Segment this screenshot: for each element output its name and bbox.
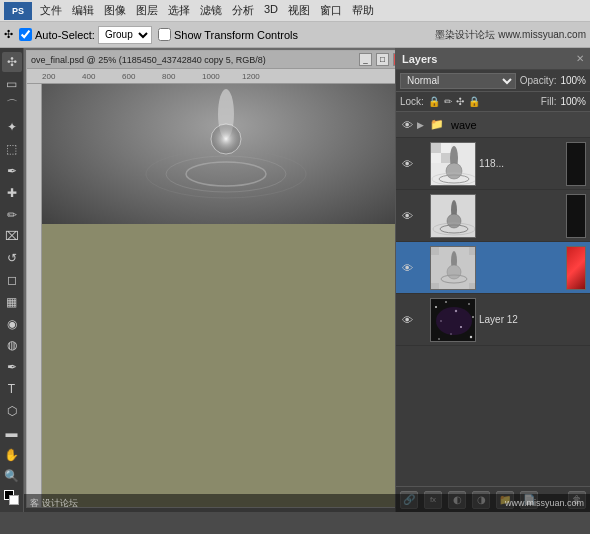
magic-wand-tool[interactable]: ✦ [2, 117, 22, 137]
menu-items: 文件 编辑 图像 图层 选择 滤镜 分析 3D 视图 窗口 帮助 [40, 3, 374, 18]
document-titlebar: ove_final.psd @ 25% (1185450_43742840 co… [27, 51, 410, 69]
lock-paint-icon[interactable]: ✏ [444, 96, 452, 107]
menu-item-edit[interactable]: 编辑 [72, 3, 94, 18]
layers-tab-close[interactable]: ✕ [576, 53, 584, 64]
canvas-bottom-section [42, 84, 410, 224]
menu-item-select[interactable]: 选择 [168, 3, 190, 18]
svg-rect-7 [441, 143, 451, 153]
svg-point-4 [146, 150, 306, 198]
layer-1-side-thumb [566, 142, 586, 186]
forum-right-text: www.missyuan.com [505, 498, 584, 508]
svg-point-29 [445, 301, 447, 303]
menu-item-filter[interactable]: 滤镜 [200, 3, 222, 18]
zoom-tool[interactable]: 🔍 [2, 466, 22, 486]
layer-3-thumb [430, 246, 476, 290]
layer-4-thumb-svg [431, 299, 476, 342]
marquee-tool[interactable]: ▭ [2, 74, 22, 94]
canvas-content: ♡ ♡ ♡ ♡ ♡ ♡ ♡ ♡ ♡ ♡ ♡ ♡ [27, 84, 410, 507]
path-tool[interactable]: ⬡ [2, 401, 22, 421]
layer-item-3[interactable]: 👁 [396, 242, 590, 294]
menu-item-layer[interactable]: 图层 [136, 3, 158, 18]
layer-4-eye[interactable]: 👁 [400, 314, 414, 326]
group-expand-icon[interactable]: ▶ [417, 120, 427, 130]
autoselect-select[interactable]: Group Layer [98, 26, 152, 44]
water-drop-bg [42, 84, 410, 224]
layer-item-2[interactable]: 👁 [396, 190, 590, 242]
menu-item-analysis[interactable]: 分析 [232, 3, 254, 18]
layer-1-thumb [430, 142, 476, 186]
lasso-tool[interactable]: ⌒ [2, 96, 22, 116]
forum-text-toolbar: 墨染设计论坛 www.missyuan.com [435, 29, 586, 40]
brush-tool[interactable]: ✏ [2, 205, 22, 225]
pen-tool[interactable]: ✒ [2, 357, 22, 377]
forum-watermark-bar: 客 设计论坛 www.missyuan.com [24, 494, 590, 512]
history-tool[interactable]: ↺ [2, 248, 22, 268]
fill-label: Fill: [541, 96, 557, 107]
ruler-horizontal: 200 400 600 800 1000 1200 [27, 69, 410, 84]
fill-value[interactable]: 100% [560, 96, 586, 107]
svg-point-36 [470, 335, 472, 337]
layer-item-4[interactable]: 👁 [396, 294, 590, 346]
ruler-mark-600: 600 [122, 72, 162, 81]
dodge-tool[interactable]: ◍ [2, 336, 22, 356]
menu-item-help[interactable]: 帮助 [352, 3, 374, 18]
lock-move-icon[interactable]: ✣ [456, 96, 464, 107]
transform-checkbox[interactable] [158, 28, 171, 41]
transform-label: Show Transform Controls [174, 29, 298, 41]
layer-1-eye[interactable]: 👁 [400, 158, 414, 170]
shape-tool[interactable]: ▬ [2, 423, 22, 443]
layer-4-thumb [430, 298, 476, 342]
ruler-mark-400: 400 [82, 72, 122, 81]
svg-point-37 [438, 338, 440, 340]
ps-logo: PS [4, 2, 32, 20]
svg-rect-8 [431, 153, 441, 163]
fg-bg-colors[interactable] [2, 488, 22, 508]
win-maximize-btn[interactable]: □ [376, 53, 389, 66]
menu-item-window[interactable]: 窗口 [320, 3, 342, 18]
svg-point-16 [447, 214, 461, 228]
healing-tool[interactable]: ✚ [2, 183, 22, 203]
win-minimize-btn[interactable]: _ [359, 53, 372, 66]
layer-group-wave[interactable]: 👁 ▶ 📁 wave [396, 112, 590, 138]
move-tool[interactable]: ✣ [2, 52, 22, 72]
layer-4-name: Layer 12 [479, 314, 586, 325]
ruler-mark-1000: 1000 [202, 72, 242, 81]
menu-item-file[interactable]: 文件 [40, 3, 62, 18]
blend-mode-select[interactable]: Normal Multiply Screen [400, 73, 516, 89]
gradient-tool[interactable]: ▦ [2, 292, 22, 312]
svg-rect-23 [469, 283, 476, 290]
layer-2-eye[interactable]: 👁 [400, 210, 414, 222]
autoselect-label: Auto-Select: [35, 29, 95, 41]
menu-item-3d[interactable]: 3D [264, 3, 278, 18]
blur-tool[interactable]: ◉ [2, 314, 22, 334]
layer-3-side-thumb [566, 246, 586, 290]
crop-tool[interactable]: ⬚ [2, 139, 22, 159]
blend-mode-row: Normal Multiply Screen Opacity: 100% [396, 70, 590, 92]
layer-2-thumb [430, 194, 476, 238]
layer-3-eye[interactable]: 👁 [400, 262, 414, 274]
eraser-tool[interactable]: ◻ [2, 270, 22, 290]
layers-panel: Layers ✕ Normal Multiply Screen Opacity:… [395, 48, 590, 512]
ruler-mark-800: 800 [162, 72, 202, 81]
svg-rect-6 [431, 143, 441, 153]
group-eye-icon[interactable]: 👁 [400, 119, 414, 131]
forum-left-text: 客 设计论坛 [30, 497, 78, 510]
main-area: ✣ ▭ ⌒ ✦ ⬚ ✒ ✚ ✏ ⌧ ↺ ◻ ▦ ◉ ◍ ✒ T ⬡ ▬ ✋ 🔍 … [0, 48, 590, 512]
layer-1-thumb-svg [431, 143, 476, 186]
text-tool[interactable]: T [2, 379, 22, 399]
opacity-value[interactable]: 100% [560, 75, 586, 86]
menu-item-image[interactable]: 图像 [104, 3, 126, 18]
svg-rect-22 [431, 283, 439, 290]
menu-item-view[interactable]: 视图 [288, 3, 310, 18]
autoselect-checkbox[interactable] [19, 28, 32, 41]
lock-position-icon[interactable]: 🔒 [428, 96, 440, 107]
lock-all-icon[interactable]: 🔒 [468, 96, 480, 107]
clone-tool[interactable]: ⌧ [2, 227, 22, 247]
hand-tool[interactable]: ✋ [2, 445, 22, 465]
layers-tab-header: Layers ✕ [396, 48, 590, 70]
layer-item-1[interactable]: 👁 [396, 138, 590, 190]
menu-bar: PS 文件 编辑 图像 图层 选择 滤镜 分析 3D 视图 窗口 帮助 [0, 0, 590, 22]
canvas-image[interactable]: ♡ ♡ ♡ ♡ ♡ ♡ ♡ ♡ ♡ ♡ ♡ ♡ [42, 84, 410, 507]
ruler-h-marks: 200 400 600 800 1000 1200 [42, 72, 282, 81]
eyedropper-tool[interactable]: ✒ [2, 161, 22, 181]
